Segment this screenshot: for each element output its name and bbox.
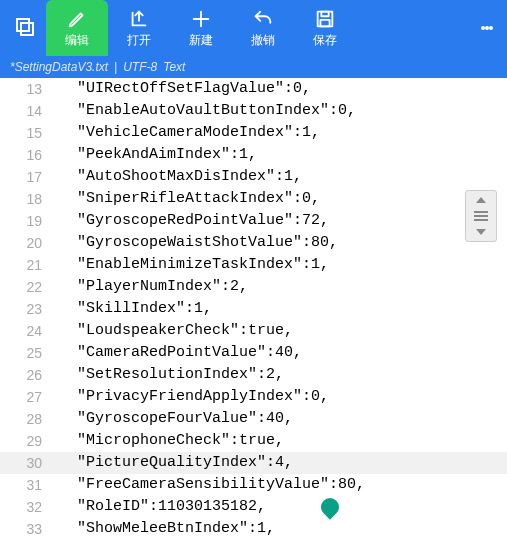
save-button[interactable]: 保存	[294, 0, 356, 56]
gutter-number: 23	[0, 298, 50, 320]
code-line[interactable]: 13 "UIRectOffSetFlagValue":0,	[0, 78, 507, 100]
gutter-number: 18	[0, 188, 50, 210]
stack-icon	[14, 16, 38, 40]
code-text: "PictureQualityIndex":4,	[50, 452, 293, 474]
gutter-number: 13	[0, 78, 50, 100]
code-line[interactable]: 22 "PlayerNumIndex":2,	[0, 276, 507, 298]
gutter-number: 26	[0, 364, 50, 386]
more-menu-button[interactable]	[473, 0, 501, 56]
code-text: "GyroscopeFourValue":40,	[50, 408, 293, 430]
gutter-number: 29	[0, 430, 50, 452]
code-text: "LoudspeakerCheck":true,	[50, 320, 293, 342]
edit-button[interactable]: 编辑	[46, 0, 108, 56]
toolbar: 编辑 打开 新建 撤销 保存	[0, 0, 507, 56]
chevron-down-icon	[476, 229, 486, 235]
new-label: 新建	[189, 32, 213, 49]
code-line[interactable]: 32 "RoleID":11030135182,	[0, 496, 507, 518]
gutter-number: 31	[0, 474, 50, 496]
code-text: "VehicleCameraModeIndex":1,	[50, 122, 320, 144]
encoding-label: UTF-8	[123, 60, 157, 74]
undo-icon	[252, 8, 274, 30]
gutter-number: 32	[0, 496, 50, 518]
new-button[interactable]: 新建	[170, 0, 232, 56]
gutter-number: 19	[0, 210, 50, 232]
recent-files-button[interactable]	[6, 0, 46, 56]
gutter-number: 17	[0, 166, 50, 188]
code-text: "SkillIndex":1,	[50, 298, 212, 320]
svg-rect-1	[21, 23, 33, 35]
code-line[interactable]: 15 "VehicleCameraModeIndex":1,	[0, 122, 507, 144]
undo-label: 撤销	[251, 32, 275, 49]
code-line[interactable]: 28 "GyroscopeFourValue":40,	[0, 408, 507, 430]
edit-label: 编辑	[65, 32, 89, 49]
gutter-number: 14	[0, 100, 50, 122]
filetype-label: Text	[163, 60, 185, 74]
code-line[interactable]: 21 "EnableMinimizeTaskIndex":1,	[0, 254, 507, 276]
code-text: "SniperRifleAttackIndex":0,	[50, 188, 320, 210]
code-line[interactable]: 23 "SkillIndex":1,	[0, 298, 507, 320]
code-line[interactable]: 16 "PeekAndAimIndex":1,	[0, 144, 507, 166]
open-label: 打开	[127, 32, 151, 49]
gutter-number: 27	[0, 386, 50, 408]
save-icon	[314, 8, 336, 30]
gutter-number: 24	[0, 320, 50, 342]
code-line[interactable]: 31 "FreeCameraSensibilityValue":80,	[0, 474, 507, 496]
file-tab[interactable]: *SettingDataV3.txt | UTF-8 Text	[0, 56, 507, 78]
editor-viewport[interactable]: 13 "UIRectOffSetFlagValue":0,14 "EnableA…	[0, 78, 507, 536]
gutter-number: 20	[0, 232, 50, 254]
save-label: 保存	[313, 32, 337, 49]
gutter-number: 33	[0, 518, 50, 536]
code-text: "AutoShootMaxDisIndex":1,	[50, 166, 302, 188]
text-caret[interactable]	[330, 474, 346, 496]
code-text: "PrivacyFriendApplyIndex":0,	[50, 386, 329, 408]
code-text: "FreeCameraSensibilityValue":80,	[50, 474, 365, 496]
gutter-number: 30	[0, 452, 50, 474]
gutter-number: 25	[0, 342, 50, 364]
code-text: "RoleID":11030135182,	[50, 496, 266, 518]
code-text: "CameraRedPointValue":40,	[50, 342, 302, 364]
svg-rect-4	[320, 19, 329, 25]
pencil-icon	[66, 8, 88, 30]
chevron-up-icon	[476, 197, 486, 203]
code-line[interactable]: 27 "PrivacyFriendApplyIndex":0,	[0, 386, 507, 408]
gutter-number: 22	[0, 276, 50, 298]
code-line[interactable]: 26 "SetResolutionIndex":2,	[0, 364, 507, 386]
code-line[interactable]: 33 "ShowMeleeBtnIndex":1,	[0, 518, 507, 536]
fast-scroll-handle[interactable]	[465, 190, 497, 242]
code-text: "ShowMeleeBtnIndex":1,	[50, 518, 275, 536]
code-text: "EnableAutoVaultButtonIndex":0,	[50, 100, 356, 122]
code-line[interactable]: 25 "CameraRedPointValue":40,	[0, 342, 507, 364]
code-text: "UIRectOffSetFlagValue":0,	[50, 78, 311, 100]
export-icon	[128, 8, 150, 30]
svg-rect-0	[17, 19, 29, 31]
code-line[interactable]: 24 "LoudspeakerCheck":true,	[0, 320, 507, 342]
code-text: "EnableMinimizeTaskIndex":1,	[50, 254, 329, 276]
code-text: "SetResolutionIndex":2,	[50, 364, 284, 386]
code-text: "GyroscopeWaistShotValue":80,	[50, 232, 338, 254]
svg-rect-3	[321, 11, 328, 16]
gutter-number: 21	[0, 254, 50, 276]
gutter-number: 16	[0, 144, 50, 166]
code-line[interactable]: 19 "GyroscopeRedPointValue":72,	[0, 210, 507, 232]
code-line[interactable]: 29 "MicrophoneCheck":true,	[0, 430, 507, 452]
code-line[interactable]: 30 "PictureQualityIndex":4,	[0, 452, 507, 474]
code-text: "PeekAndAimIndex":1,	[50, 144, 257, 166]
undo-button[interactable]: 撤销	[232, 0, 294, 56]
filename-label: *SettingDataV3.txt	[10, 60, 108, 74]
code-text: "MicrophoneCheck":true,	[50, 430, 284, 452]
code-text: "PlayerNumIndex":2,	[50, 276, 248, 298]
code-text: "GyroscopeRedPointValue":72,	[50, 210, 329, 232]
open-button[interactable]: 打开	[108, 0, 170, 56]
gutter-number: 15	[0, 122, 50, 144]
code-line[interactable]: 20 "GyroscopeWaistShotValue":80,	[0, 232, 507, 254]
code-line[interactable]: 14 "EnableAutoVaultButtonIndex":0,	[0, 100, 507, 122]
gutter-number: 28	[0, 408, 50, 430]
plus-icon	[190, 8, 212, 30]
grip-icon	[474, 209, 488, 223]
code-line[interactable]: 17 "AutoShootMaxDisIndex":1,	[0, 166, 507, 188]
code-line[interactable]: 18 "SniperRifleAttackIndex":0,	[0, 188, 507, 210]
